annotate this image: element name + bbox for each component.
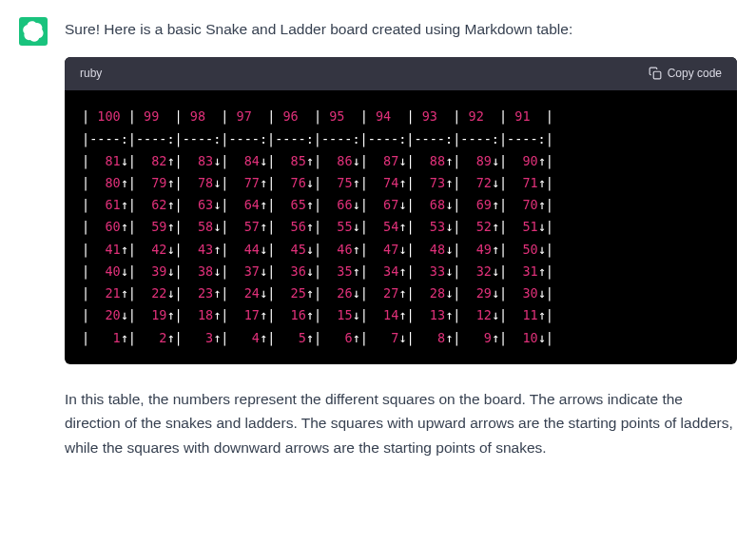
intro-paragraph: Sure! Here is a basic Snake and Ladder b… [65,17,737,42]
code-block: ruby Copy code | 100 | 99 | 98 | 97 | 96… [65,57,737,364]
code-header: ruby Copy code [65,57,737,91]
openai-logo-icon [23,21,44,42]
clipboard-icon [649,67,662,80]
code-content[interactable]: | 100 | 99 | 98 | 97 | 96 | 95 | 94 | 93… [65,90,737,363]
outro-paragraph: In this table, the numbers represent the… [65,387,737,460]
assistant-avatar [19,17,48,46]
svg-rect-0 [653,72,661,80]
copy-code-button[interactable]: Copy code [649,65,722,84]
code-language-label: ruby [80,65,102,84]
message-content: Sure! Here is a basic Snake and Ladder b… [65,17,737,545]
copy-code-label: Copy code [668,65,722,84]
